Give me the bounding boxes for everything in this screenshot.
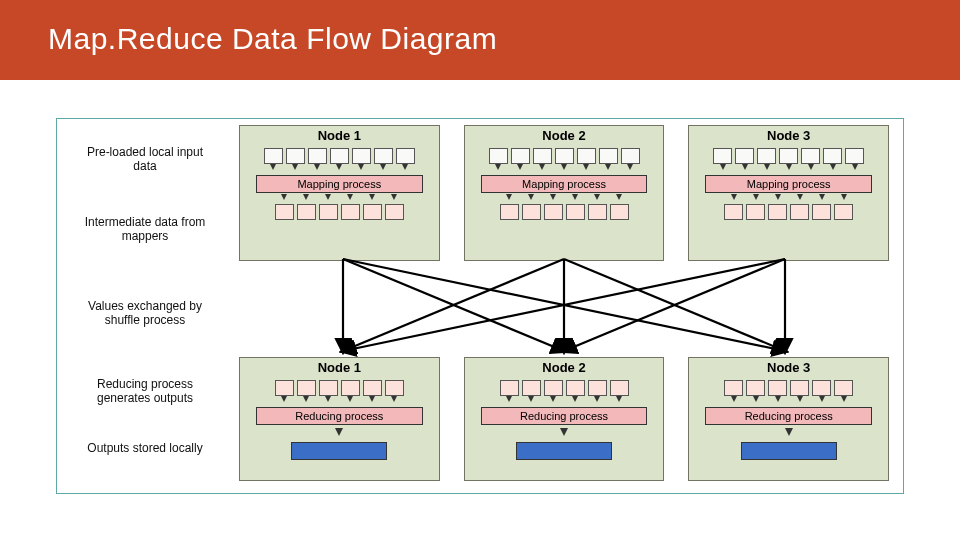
- data-cell: [599, 148, 618, 164]
- reduce-node-3-title: Node 3: [689, 358, 888, 378]
- local-output-block: [741, 442, 837, 460]
- data-cell: [396, 148, 415, 164]
- node-column-3: Node 3 Mapping process Node 3 Reducing p…: [688, 125, 889, 487]
- data-cell: [352, 148, 371, 164]
- data-cell: [286, 148, 305, 164]
- arrow-down-icon: [319, 194, 338, 204]
- data-cell: [319, 380, 338, 396]
- arrows-down: [240, 396, 439, 406]
- data-cell: [746, 204, 765, 220]
- data-cell: [522, 204, 541, 220]
- arrow-down-icon: [599, 164, 618, 174]
- data-cell: [533, 148, 552, 164]
- reduce-node-1: Node 1 Reducing process: [239, 357, 440, 481]
- slide-title: Map.Reduce Data Flow Diagram: [48, 22, 960, 56]
- data-cell: [566, 380, 585, 396]
- reduce-input-cells: [465, 380, 664, 396]
- arrow-down-icon: [566, 194, 585, 204]
- arrow-down-icon: [341, 194, 360, 204]
- input-cells: [689, 148, 888, 164]
- data-cell: [264, 148, 283, 164]
- arrow-down-icon: [566, 396, 585, 406]
- arrow-down-icon: [522, 194, 541, 204]
- arrow-down-icon: [511, 164, 530, 174]
- data-cell: [790, 380, 809, 396]
- data-cell: [363, 204, 382, 220]
- map-node-3-title: Node 3: [689, 126, 888, 146]
- reduce-node-1-title: Node 1: [240, 358, 439, 378]
- intermediate-cells: [465, 204, 664, 220]
- arrow-down-icon: [396, 164, 415, 174]
- arrow-down-icon: [544, 194, 563, 204]
- arrow-down-icon: [341, 396, 360, 406]
- arrow-down-icon: [319, 396, 338, 406]
- arrow-to-output: [335, 428, 343, 436]
- arrow-down-icon: [588, 194, 607, 204]
- arrows-down: [689, 396, 888, 406]
- arrow-down-icon: [385, 194, 404, 204]
- arrows-down: [689, 194, 888, 204]
- map-node-2-title: Node 2: [465, 126, 664, 146]
- arrow-down-icon: [363, 396, 382, 406]
- arrow-down-icon: [735, 164, 754, 174]
- local-output-block: [291, 442, 387, 460]
- data-cell: [779, 148, 798, 164]
- data-cell: [544, 204, 563, 220]
- arrow-down-icon: [264, 164, 283, 174]
- arrow-down-icon: [779, 164, 798, 174]
- data-cell: [511, 148, 530, 164]
- arrow-down-icon: [577, 164, 596, 174]
- arrow-down-icon: [757, 164, 776, 174]
- data-cell: [330, 148, 349, 164]
- data-cell: [834, 380, 853, 396]
- reduce-input-cells: [240, 380, 439, 396]
- data-cell: [500, 380, 519, 396]
- arrow-down-icon: [713, 164, 732, 174]
- arrow-down-icon: [845, 164, 864, 174]
- arrow-down-icon: [812, 396, 831, 406]
- arrow-down-icon: [812, 194, 831, 204]
- arrow-down-icon: [374, 164, 393, 174]
- arrow-down-icon: [823, 164, 842, 174]
- data-cell: [297, 380, 316, 396]
- arrow-down-icon: [790, 396, 809, 406]
- arrow-down-icon: [308, 164, 327, 174]
- arrows-down: [465, 164, 664, 174]
- arrow-down-icon: [352, 164, 371, 174]
- data-cell: [768, 380, 787, 396]
- arrow-to-output: [560, 428, 568, 436]
- arrow-down-icon: [297, 194, 316, 204]
- reducing-process-bar: Reducing process: [481, 407, 648, 425]
- input-cells: [465, 148, 664, 164]
- mapping-process-bar: Mapping process: [705, 175, 872, 193]
- arrow-down-icon: [385, 396, 404, 406]
- data-cell: [746, 380, 765, 396]
- data-cell: [735, 148, 754, 164]
- arrow-down-icon: [801, 164, 820, 174]
- data-cell: [610, 204, 629, 220]
- arrow-down-icon: [588, 396, 607, 406]
- data-cell: [297, 204, 316, 220]
- data-cell: [308, 148, 327, 164]
- data-cell: [374, 148, 393, 164]
- arrow-down-icon: [834, 396, 853, 406]
- arrow-down-icon: [544, 396, 563, 406]
- arrow-down-icon: [363, 194, 382, 204]
- arrow-down-icon: [621, 164, 640, 174]
- intermediate-cells: [240, 204, 439, 220]
- data-cell: [724, 204, 743, 220]
- input-cells: [240, 148, 439, 164]
- arrow-down-icon: [610, 396, 629, 406]
- reducing-process-bar: Reducing process: [705, 407, 872, 425]
- arrow-to-output: [785, 428, 793, 436]
- reduce-input-cells: [689, 380, 888, 396]
- data-cell: [845, 148, 864, 164]
- arrow-down-icon: [286, 164, 305, 174]
- arrow-down-icon: [768, 396, 787, 406]
- data-cell: [621, 148, 640, 164]
- data-cell: [341, 204, 360, 220]
- data-cell: [385, 380, 404, 396]
- data-cell: [790, 204, 809, 220]
- data-cell: [341, 380, 360, 396]
- arrow-down-icon: [500, 396, 519, 406]
